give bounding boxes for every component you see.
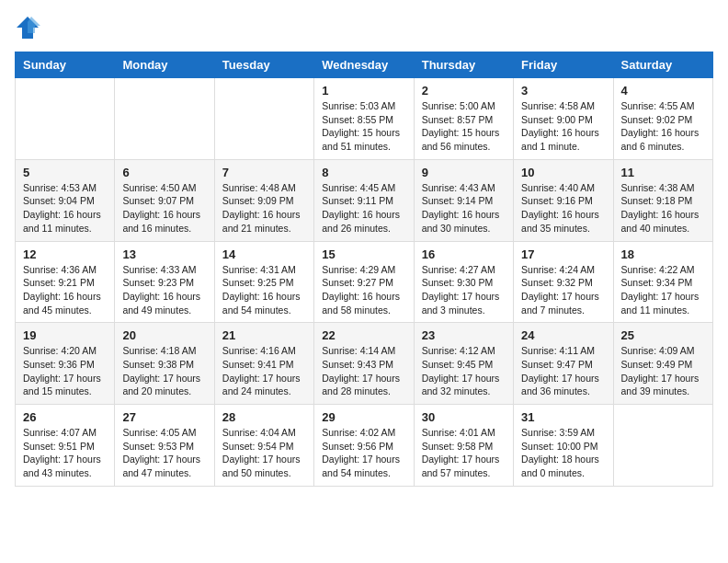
day-number: 3: [521, 84, 605, 98]
day-number: 2: [422, 84, 506, 98]
calendar-cell: 21Sunrise: 4:16 AM Sunset: 9:41 PM Dayli…: [214, 323, 313, 405]
day-info: Sunrise: 4:33 AM Sunset: 9:23 PM Dayligh…: [122, 263, 206, 317]
day-info: Sunrise: 4:04 AM Sunset: 9:54 PM Dayligh…: [222, 426, 306, 480]
day-info: Sunrise: 4:01 AM Sunset: 9:58 PM Dayligh…: [422, 426, 506, 480]
calendar-cell: 24Sunrise: 4:11 AM Sunset: 9:47 PM Dayli…: [514, 323, 613, 405]
day-number: 16: [422, 247, 506, 261]
day-info: Sunrise: 4:05 AM Sunset: 9:53 PM Dayligh…: [122, 426, 206, 480]
calendar-cell: 9Sunrise: 4:43 AM Sunset: 9:14 PM Daylig…: [414, 159, 513, 241]
calendar-cell: 30Sunrise: 4:01 AM Sunset: 9:58 PM Dayli…: [414, 405, 513, 487]
day-number: 26: [23, 410, 107, 424]
day-number: 4: [621, 84, 705, 98]
calendar-week-row: 26Sunrise: 4:07 AM Sunset: 9:51 PM Dayli…: [16, 405, 713, 487]
calendar-cell: 1Sunrise: 5:03 AM Sunset: 8:55 PM Daylig…: [314, 78, 414, 160]
day-info: Sunrise: 4:14 AM Sunset: 9:43 PM Dayligh…: [322, 344, 405, 398]
day-number: 15: [322, 247, 405, 261]
day-number: 22: [322, 328, 405, 342]
day-number: 1: [322, 84, 405, 98]
day-number: 8: [322, 166, 405, 179]
calendar-cell: 7Sunrise: 4:48 AM Sunset: 9:09 PM Daylig…: [214, 159, 313, 241]
day-number: 20: [122, 328, 206, 342]
calendar-week-row: 12Sunrise: 4:36 AM Sunset: 9:21 PM Dayli…: [16, 241, 713, 323]
calendar-header-tuesday: Tuesday: [214, 52, 313, 78]
day-number: 19: [23, 328, 107, 342]
day-info: Sunrise: 4:50 AM Sunset: 9:07 PM Dayligh…: [122, 181, 206, 236]
calendar-cell: 14Sunrise: 4:31 AM Sunset: 9:25 PM Dayli…: [214, 241, 313, 323]
calendar-cell: 18Sunrise: 4:22 AM Sunset: 9:34 PM Dayli…: [613, 241, 712, 323]
calendar-cell: [214, 78, 313, 160]
calendar-cell: 16Sunrise: 4:27 AM Sunset: 9:30 PM Dayli…: [414, 241, 513, 323]
calendar-header-friday: Friday: [514, 52, 613, 78]
calendar-cell: 27Sunrise: 4:05 AM Sunset: 9:53 PM Dayli…: [115, 405, 214, 487]
day-info: Sunrise: 4:11 AM Sunset: 9:47 PM Dayligh…: [521, 344, 605, 398]
day-info: Sunrise: 4:29 AM Sunset: 9:27 PM Dayligh…: [322, 263, 405, 317]
day-info: Sunrise: 4:16 AM Sunset: 9:41 PM Dayligh…: [222, 344, 306, 398]
day-info: Sunrise: 4:48 AM Sunset: 9:09 PM Dayligh…: [222, 181, 306, 236]
day-info: Sunrise: 4:58 AM Sunset: 9:00 PM Dayligh…: [521, 99, 605, 154]
calendar-cell: 26Sunrise: 4:07 AM Sunset: 9:51 PM Dayli…: [16, 405, 115, 487]
calendar-week-row: 1Sunrise: 5:03 AM Sunset: 8:55 PM Daylig…: [16, 78, 713, 160]
calendar-header-wednesday: Wednesday: [314, 52, 414, 78]
logo: [15, 15, 44, 40]
day-number: 23: [422, 328, 506, 342]
calendar-cell: 29Sunrise: 4:02 AM Sunset: 9:56 PM Dayli…: [314, 405, 414, 487]
calendar-cell: 4Sunrise: 4:55 AM Sunset: 9:02 PM Daylig…: [613, 78, 712, 160]
calendar-cell: [613, 405, 712, 487]
day-number: 21: [222, 328, 306, 342]
day-number: 7: [222, 166, 306, 179]
calendar-cell: 15Sunrise: 4:29 AM Sunset: 9:27 PM Dayli…: [314, 241, 414, 323]
calendar-cell: 19Sunrise: 4:20 AM Sunset: 9:36 PM Dayli…: [16, 323, 115, 405]
day-number: 12: [23, 247, 107, 261]
calendar-cell: 20Sunrise: 4:18 AM Sunset: 9:38 PM Dayli…: [115, 323, 214, 405]
day-number: 6: [122, 166, 206, 179]
day-number: 24: [521, 328, 605, 342]
day-info: Sunrise: 4:38 AM Sunset: 9:18 PM Dayligh…: [621, 181, 705, 236]
calendar-cell: [115, 78, 214, 160]
calendar-cell: 28Sunrise: 4:04 AM Sunset: 9:54 PM Dayli…: [214, 405, 313, 487]
calendar-cell: 17Sunrise: 4:24 AM Sunset: 9:32 PM Dayli…: [514, 241, 613, 323]
calendar-cell: 13Sunrise: 4:33 AM Sunset: 9:23 PM Dayli…: [115, 241, 214, 323]
calendar-table: SundayMondayTuesdayWednesdayThursdayFrid…: [15, 52, 713, 487]
calendar-header-thursday: Thursday: [414, 52, 513, 78]
calendar-cell: 12Sunrise: 4:36 AM Sunset: 9:21 PM Dayli…: [16, 241, 115, 323]
day-info: Sunrise: 4:40 AM Sunset: 9:16 PM Dayligh…: [521, 181, 605, 236]
day-number: 29: [322, 410, 405, 424]
calendar-header-row: SundayMondayTuesdayWednesdayThursdayFrid…: [16, 52, 713, 78]
day-info: Sunrise: 4:18 AM Sunset: 9:38 PM Dayligh…: [122, 344, 206, 398]
calendar-cell: 25Sunrise: 4:09 AM Sunset: 9:49 PM Dayli…: [613, 323, 712, 405]
day-info: Sunrise: 4:02 AM Sunset: 9:56 PM Dayligh…: [322, 426, 405, 480]
day-info: Sunrise: 4:22 AM Sunset: 9:34 PM Dayligh…: [621, 263, 705, 317]
calendar-cell: 31Sunrise: 3:59 AM Sunset: 10:00 PM Dayl…: [514, 405, 613, 487]
calendar-cell: 6Sunrise: 4:50 AM Sunset: 9:07 PM Daylig…: [115, 159, 214, 241]
day-number: 18: [621, 247, 705, 261]
calendar-cell: 11Sunrise: 4:38 AM Sunset: 9:18 PM Dayli…: [613, 159, 712, 241]
day-number: 27: [122, 410, 206, 424]
day-number: 17: [521, 247, 605, 261]
day-info: Sunrise: 4:27 AM Sunset: 9:30 PM Dayligh…: [422, 263, 506, 317]
day-info: Sunrise: 4:53 AM Sunset: 9:04 PM Dayligh…: [23, 181, 107, 236]
calendar-header-saturday: Saturday: [613, 52, 712, 78]
calendar-cell: 23Sunrise: 4:12 AM Sunset: 9:45 PM Dayli…: [414, 323, 513, 405]
day-number: 30: [422, 410, 506, 424]
day-info: Sunrise: 3:59 AM Sunset: 10:00 PM Daylig…: [521, 426, 605, 480]
calendar-week-row: 5Sunrise: 4:53 AM Sunset: 9:04 PM Daylig…: [16, 159, 713, 241]
day-number: 14: [222, 247, 306, 261]
day-info: Sunrise: 4:45 AM Sunset: 9:11 PM Dayligh…: [322, 181, 405, 236]
calendar-cell: 5Sunrise: 4:53 AM Sunset: 9:04 PM Daylig…: [16, 159, 115, 241]
page-header: [15, 15, 713, 40]
day-number: 28: [222, 410, 306, 424]
calendar-week-row: 19Sunrise: 4:20 AM Sunset: 9:36 PM Dayli…: [16, 323, 713, 405]
calendar-header-sunday: Sunday: [16, 52, 115, 78]
calendar-header-monday: Monday: [115, 52, 214, 78]
day-number: 5: [23, 166, 107, 179]
day-number: 31: [521, 410, 605, 424]
day-info: Sunrise: 4:55 AM Sunset: 9:02 PM Dayligh…: [621, 99, 705, 154]
day-info: Sunrise: 4:09 AM Sunset: 9:49 PM Dayligh…: [621, 344, 705, 398]
day-info: Sunrise: 4:20 AM Sunset: 9:36 PM Dayligh…: [23, 344, 107, 398]
day-info: Sunrise: 4:31 AM Sunset: 9:25 PM Dayligh…: [222, 263, 306, 317]
day-number: 11: [621, 166, 705, 179]
day-info: Sunrise: 4:12 AM Sunset: 9:45 PM Dayligh…: [422, 344, 506, 398]
logo-icon: [15, 15, 40, 40]
day-number: 9: [422, 166, 506, 179]
day-info: Sunrise: 4:36 AM Sunset: 9:21 PM Dayligh…: [23, 263, 107, 317]
